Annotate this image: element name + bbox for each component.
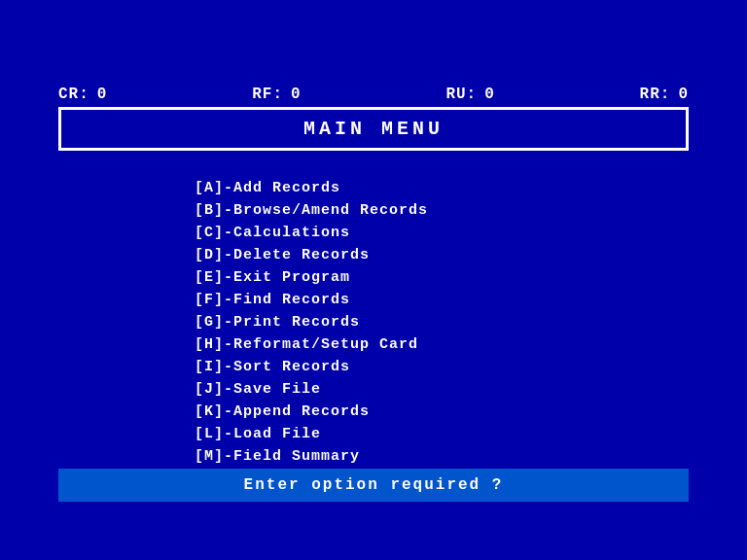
rr-status: RR: 0	[640, 86, 689, 103]
menu-item-8[interactable]: [I]-Sort Records	[195, 359, 428, 375]
main-menu-box: MAIN MENU	[58, 107, 689, 151]
rf-value: 0	[291, 86, 302, 103]
menu-items-list: [A]-Add Records[B]-Browse/Amend Records[…	[195, 180, 428, 487]
menu-item-7[interactable]: [H]-Reformat/Setup Card	[195, 336, 428, 353]
menu-item-10[interactable]: [K]-Append Records	[195, 403, 428, 420]
menu-item-2[interactable]: [C]-Calculations	[195, 225, 428, 241]
prompt-text: Enter option required ?	[244, 476, 504, 494]
rf-status: RF: 0	[252, 86, 301, 103]
main-menu-title: MAIN MENU	[303, 118, 444, 140]
menu-item-11[interactable]: [L]-Load File	[195, 426, 428, 442]
menu-item-6[interactable]: [G]-Print Records	[195, 314, 428, 331]
cr-status: CR: 0	[58, 86, 107, 103]
menu-item-0[interactable]: [A]-Add Records	[195, 180, 428, 196]
menu-item-12[interactable]: [M]-Field Summary	[195, 448, 428, 465]
rr-value: 0	[678, 86, 689, 103]
cr-label: CR:	[58, 86, 89, 103]
ru-value: 0	[484, 86, 495, 103]
ru-status: RU: 0	[445, 86, 494, 103]
menu-item-4[interactable]: [E]-Exit Program	[195, 269, 428, 286]
rf-label: RF:	[252, 86, 283, 103]
menu-item-1[interactable]: [B]-Browse/Amend Records	[195, 202, 428, 219]
screen: CR: 0 RF: 0 RU: 0 RR: 0 MAIN MENU [A]-Ad…	[0, 0, 747, 560]
ru-label: RU:	[445, 86, 477, 103]
menu-item-5[interactable]: [F]-Find Records	[195, 292, 428, 308]
menu-item-3[interactable]: [D]-Delete Records	[195, 247, 428, 263]
cr-value: 0	[97, 86, 108, 103]
rr-label: RR:	[640, 86, 671, 103]
status-bar: CR: 0 RF: 0 RU: 0 RR: 0	[58, 86, 689, 103]
prompt-bar: Enter option required ?	[58, 469, 689, 502]
menu-item-9[interactable]: [J]-Save File	[195, 381, 428, 398]
